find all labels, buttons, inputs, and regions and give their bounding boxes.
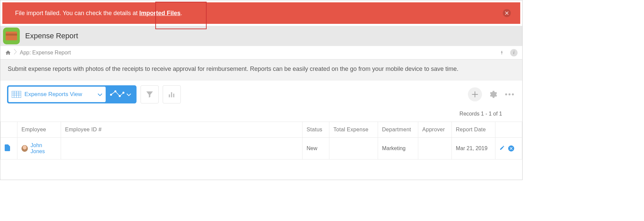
alert-message-prefix: File import failed. You can check the de… [15,10,139,16]
imported-files-link[interactable]: Imported Files [139,10,180,16]
svg-rect-11 [171,92,172,97]
alert-banner: File import failed. You can check the de… [2,2,520,24]
column-header-report-date[interactable]: Report Date [452,122,495,138]
report-date-cell: Mar 21, 2019 [452,138,495,160]
records-table: Employee Employee ID # Status Total Expe… [0,122,522,160]
graph-view-button[interactable] [106,87,135,102]
column-header-status[interactable]: Status [303,122,329,138]
pencil-icon [499,145,505,150]
grid-icon [12,91,21,98]
table-row[interactable]: John Jones New Marketing Mar 21, 2019 [1,138,522,160]
chevron-right-icon [14,49,17,56]
employee-cell: John Jones [17,138,61,160]
app-description: Submit expense reports with photos of th… [0,59,522,81]
view-dropdown[interactable]: Expense Reports View [8,87,106,102]
column-header-icon [1,122,17,138]
column-header-approver[interactable]: Approver [418,122,452,138]
view-name-label: Expense Reports View [24,91,98,98]
close-icon [505,11,508,15]
funnel-icon [145,90,154,99]
alert-message: File import failed. You can check the de… [15,10,182,17]
delete-button[interactable] [508,145,514,151]
column-header-total-expense[interactable]: Total Expense [329,122,378,138]
chevron-down-icon [98,91,102,97]
add-record-button[interactable] [468,87,482,101]
employee-link[interactable]: John Jones [31,142,57,154]
app-title: Expense Report [25,32,78,40]
actions-cell [495,138,522,160]
table-header-row: Employee Employee ID # Status Total Expe… [1,122,522,138]
wallet-icon [6,32,17,40]
alert-close-button[interactable] [503,9,511,17]
chevron-down-icon [126,91,131,97]
status-cell: New [303,138,329,160]
chart-button[interactable] [163,85,181,103]
home-icon[interactable] [5,50,11,56]
total-expense-cell [329,138,378,160]
employee-id-cell [61,138,303,160]
column-header-department[interactable]: Department [378,122,418,138]
breadcrumb-bar: App: Expense Report i [0,46,522,59]
app-header: Expense Report [0,26,522,46]
records-count: Records 1 - 1 of 1 [0,108,522,122]
close-icon [510,147,513,150]
row-type-cell [1,138,17,160]
column-header-employee[interactable]: Employee [17,122,61,138]
more-button[interactable] [503,88,516,100]
document-icon [5,144,10,151]
settings-button[interactable] [487,88,499,100]
filter-button[interactable] [141,85,159,103]
column-header-actions [495,122,522,138]
toolbar: Expense Reports View [0,81,522,108]
gear-icon [488,90,497,99]
dots-icon [505,93,514,95]
pin-button[interactable] [498,49,505,56]
approver-cell [418,138,452,160]
view-selector: Expense Reports View [7,85,137,103]
edit-button[interactable] [499,145,505,152]
svg-rect-10 [169,94,170,97]
bar-chart-icon [167,90,176,99]
avatar [21,145,28,152]
graph-icon [110,89,124,99]
department-cell: Marketing [378,138,418,160]
app-icon [3,28,20,44]
column-header-employee-id[interactable]: Employee ID # [61,122,303,138]
breadcrumb-text[interactable]: App: Expense Report [20,50,71,56]
svg-rect-12 [173,94,174,97]
alert-message-suffix: . [180,10,182,16]
plus-icon [472,91,478,97]
info-button[interactable]: i [510,49,518,56]
